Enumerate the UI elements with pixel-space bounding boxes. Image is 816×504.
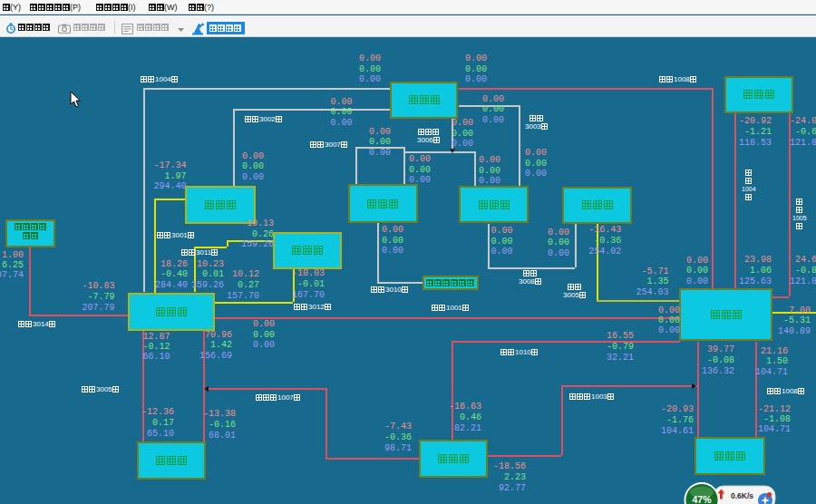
svg-text:0.6K/s: 0.6K/s <box>731 491 753 500</box>
svg-text:47%: 47% <box>692 494 712 504</box>
